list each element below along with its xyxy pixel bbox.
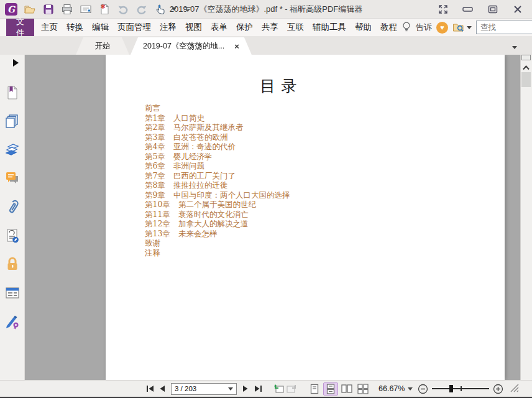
email-icon[interactable]	[78, 2, 93, 16]
foxit-logo-icon[interactable]: G	[4, 2, 19, 16]
bookmarks-icon[interactable]	[4, 85, 21, 101]
toc-entry[interactable]: 第5章婴儿经济学	[145, 152, 416, 162]
signature-icon[interactable]	[4, 313, 21, 330]
tell-me-label[interactable]: 告诉	[416, 22, 432, 33]
pdf-page: 目录 前言 第1章人口简史 第2章马尔萨斯及其继承者 第3章白发苍苍的欧洲 第4…	[106, 55, 505, 380]
toc-entry[interactable]: 第6章非洲问题	[145, 161, 416, 171]
toc-entry[interactable]: 第9章中国与印度：两个人口大国的选择	[145, 190, 416, 200]
toc-entry[interactable]: 第4章亚洲：奇迹的代价	[145, 142, 416, 152]
menu-item[interactable]: 视图	[181, 19, 206, 36]
page-number-field[interactable]	[171, 383, 237, 395]
redo-icon[interactable]	[134, 2, 149, 16]
document-view-area: 目录 前言 第1章人口简史 第2章马尔萨斯及其继承者 第3章白发苍苍的欧洲 第4…	[25, 55, 520, 380]
favorite-heart-icon[interactable]: ♥	[436, 22, 448, 34]
title-bar: G ✱ 2019-07《空荡荡的地球》.pdf * - 福昕高级PDF编辑器	[0, 0, 532, 19]
scrollbar-thumb[interactable]	[521, 72, 531, 87]
security-icon[interactable]	[4, 256, 21, 272]
continuous-view-button[interactable]	[323, 382, 338, 396]
menu-item[interactable]: 主页	[37, 19, 62, 36]
menu-item[interactable]: 页面管理	[113, 19, 155, 36]
toc-entry[interactable]: 前言	[145, 103, 416, 113]
tab-document-label: 2019-07《空荡荡的地...	[143, 41, 224, 52]
toc-title: 目录	[145, 76, 412, 96]
scrollbar-split-handle[interactable]	[521, 55, 531, 60]
menu-item[interactable]: 编辑	[88, 19, 113, 36]
toc-entry[interactable]: 第7章巴西的工厂关门了	[145, 171, 416, 181]
last-page-button[interactable]	[252, 382, 264, 395]
minimize-icon[interactable]	[460, 2, 476, 16]
toc-entry[interactable]: 第1章人口简史	[145, 113, 416, 123]
restore-icon[interactable]	[485, 2, 501, 16]
toc-list: 前言 第1章人口简史 第2章马尔萨斯及其继承者 第3章白发苍苍的欧洲 第4章亚洲…	[145, 103, 416, 257]
facing-view-button[interactable]	[339, 382, 354, 396]
page-thumbnails-icon[interactable]	[4, 113, 21, 129]
menu-items: 主页转换编辑页面管理注释视图表单保护共享互联辅助工具帮助教程	[37, 19, 401, 36]
tab-start[interactable]: 开始	[76, 37, 129, 55]
comments-icon[interactable]	[4, 170, 21, 187]
open-folder-icon[interactable]	[22, 2, 37, 16]
customize-quick-access-icon[interactable]	[180, 2, 195, 16]
menu-item[interactable]: 互联	[283, 19, 308, 36]
menu-item[interactable]: 注释	[155, 19, 181, 36]
expand-panel-icon[interactable]	[13, 59, 19, 67]
hand-tool-icon[interactable]	[153, 2, 168, 16]
next-page-button[interactable]	[239, 382, 252, 395]
main-area: 目录 前言 第1章人口简史 第2章马尔萨斯及其继承者 第3章白发苍苍的欧洲 第4…	[0, 55, 532, 380]
layers-icon[interactable]	[4, 142, 21, 158]
toc-entry[interactable]: 第8章推推拉拉的迁徙	[145, 180, 416, 190]
zoom-caret-icon[interactable]	[408, 387, 413, 391]
scroll-up-icon[interactable]	[523, 63, 530, 72]
create-blank-icon[interactable]: ✱	[97, 2, 112, 16]
prev-page-button[interactable]	[156, 382, 168, 395]
layout-switch-icon[interactable]	[435, 2, 451, 16]
certificates-icon[interactable]	[4, 228, 21, 244]
menu-item[interactable]: 帮助	[351, 19, 376, 36]
zoom-level-label[interactable]: 66.67%	[378, 384, 405, 393]
vertical-scrollbar[interactable]	[520, 55, 532, 380]
menu-item[interactable]: 共享	[257, 19, 283, 36]
toc-entry[interactable]: 第3章白发苍苍的欧洲	[145, 132, 416, 142]
toc-entry[interactable]: 第10章第二个属于美国的世纪	[145, 200, 416, 210]
toc-entry[interactable]: 第11章衰落时代的文化消亡	[145, 210, 416, 220]
undo-icon[interactable]	[116, 2, 131, 16]
single-page-view-button[interactable]	[307, 382, 322, 396]
zoom-out-button[interactable]	[418, 384, 428, 394]
toc-entry[interactable]: 第12章加拿大人的解决之道	[145, 219, 416, 229]
print-icon[interactable]	[60, 2, 75, 16]
menu-item[interactable]: 保护	[232, 19, 257, 36]
menu-item[interactable]: 转换	[62, 19, 88, 36]
menu-item[interactable]: 教程	[376, 19, 401, 36]
menu-item[interactable]: 表单	[206, 19, 232, 36]
first-page-button[interactable]	[144, 382, 156, 395]
tab-close-icon[interactable]: ×	[234, 42, 239, 51]
continuous-facing-view-button[interactable]	[355, 382, 370, 396]
close-icon[interactable]	[510, 2, 526, 16]
find-search-input[interactable]	[480, 23, 532, 32]
lightbulb-icon[interactable]	[401, 21, 411, 34]
status-bar: 66.67%	[0, 380, 532, 397]
toc-entry[interactable]: 第13章未来会怎样	[145, 229, 416, 239]
find-search-box[interactable]	[476, 21, 532, 34]
page-number-input[interactable]	[175, 385, 224, 392]
form-fields-icon[interactable]	[4, 285, 21, 301]
search-in-files-icon[interactable]	[452, 22, 472, 33]
page-field-caret-icon[interactable]	[228, 387, 233, 391]
toc-entry[interactable]: 第2章马尔萨斯及其继承者	[145, 123, 416, 132]
attachments-icon[interactable]	[4, 199, 21, 215]
menu-file-button[interactable]: 文件	[6, 19, 34, 36]
previous-view-button[interactable]	[273, 382, 285, 395]
toc-entry[interactable]: 注释	[145, 248, 416, 258]
navigation-sidebar	[0, 55, 25, 380]
next-view-button	[285, 382, 298, 395]
zoom-in-button[interactable]	[493, 384, 503, 394]
resize-grip-icon[interactable]	[510, 383, 519, 394]
quick-access-toolbar: G ✱	[0, 2, 195, 16]
menu-item[interactable]: 辅助工具	[308, 19, 351, 36]
zoom-slider-thumb[interactable]	[449, 385, 453, 392]
tab-list-caret-icon[interactable]	[512, 46, 517, 49]
save-icon[interactable]	[41, 2, 56, 16]
toc-entry[interactable]: 致谢	[145, 238, 416, 248]
hand-tool-caret-icon[interactable]	[172, 7, 177, 11]
zoom-slider[interactable]	[432, 384, 489, 394]
tab-document[interactable]: 2019-07《空荡荡的地... ×	[131, 37, 252, 55]
